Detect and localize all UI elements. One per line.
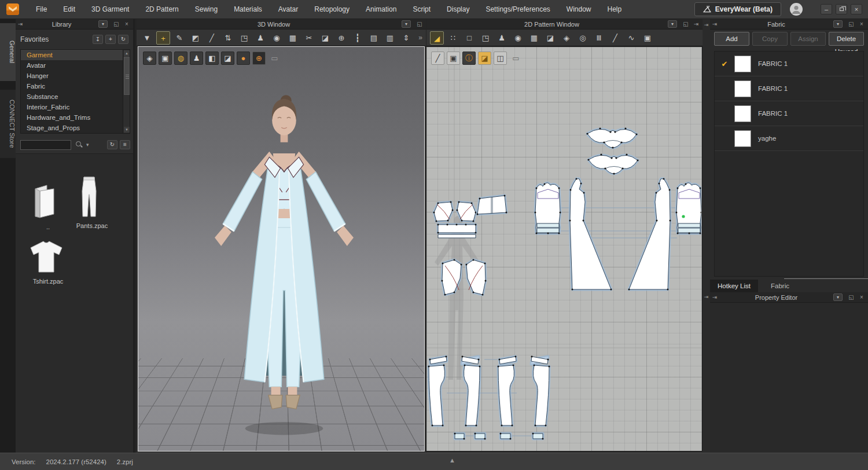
- fabric-swatch[interactable]: [734, 80, 751, 97]
- library-view-refresh-icon[interactable]: ↻: [107, 140, 117, 149]
- viewport-2d-float-icon[interactable]: ◱: [682, 21, 690, 27]
- fabric-close-icon[interactable]: ×: [858, 21, 866, 27]
- transform-pattern-icon[interactable]: ◢: [430, 31, 444, 45]
- simulate-icon[interactable]: ▼: [140, 31, 154, 45]
- property-float-icon[interactable]: ◱: [847, 294, 855, 300]
- zipper-icon[interactable]: ┇: [351, 31, 365, 45]
- fabric-swatch[interactable]: [734, 105, 751, 122]
- pattern-coat-front[interactable]: [569, 178, 612, 291]
- favorites-item-substance[interactable]: Substance: [21, 91, 130, 102]
- property-menu-caret-icon[interactable]: ▾: [833, 293, 843, 301]
- select-move-icon[interactable]: +: [156, 31, 170, 45]
- library-list-view-icon[interactable]: ≡: [120, 140, 130, 149]
- pattern-side-panel[interactable]: [477, 195, 507, 215]
- show-cloth-icon[interactable]: ◪: [221, 52, 234, 65]
- library-download-icon[interactable]: ↧: [93, 35, 103, 44]
- segment-sewing-icon[interactable]: ◎: [576, 31, 590, 45]
- expand-fabric-panel-icon[interactable]: ⇥: [703, 22, 710, 28]
- library-item-parent-folder[interactable]: ..: [27, 183, 69, 230]
- pin-avatar-icon[interactable]: ♟: [495, 31, 509, 45]
- pattern-loops[interactable]: [454, 433, 544, 440]
- restore-button[interactable]: [836, 4, 847, 14]
- scroll-down-icon[interactable]: ▼: [124, 127, 130, 133]
- fabric-menu-caret-icon[interactable]: ▾: [833, 20, 843, 28]
- steam-iron-2d-icon[interactable]: ◪: [543, 31, 557, 45]
- favorites-item-garment[interactable]: Garment: [21, 50, 130, 60]
- favorites-scrollbar[interactable]: ▲ ▼: [123, 50, 130, 133]
- favorites-item-interior-fabric[interactable]: Interior_Fabric: [21, 102, 130, 112]
- create-pattern-icon[interactable]: □: [462, 31, 476, 45]
- property-pin-icon[interactable]: ⇥: [710, 294, 719, 300]
- fabric-row[interactable]: FABRIC 1: [715, 101, 863, 126]
- library-float-icon[interactable]: ◱: [112, 21, 120, 27]
- select-garment-icon[interactable]: ◩: [189, 31, 203, 45]
- trace-pattern-icon[interactable]: ◳: [479, 31, 492, 45]
- minimize-button[interactable]: –: [821, 4, 832, 14]
- menu-2d-pattern[interactable]: 2D Pattern: [137, 0, 186, 19]
- fabric-swatch[interactable]: [734, 56, 751, 72]
- library-add-icon[interactable]: +: [105, 35, 116, 44]
- lock-pattern-icon[interactable]: ◫: [494, 52, 507, 65]
- menu-edit[interactable]: Edit: [55, 0, 83, 19]
- pattern-waistband[interactable]: [437, 224, 477, 238]
- fabric-row[interactable]: ✔ FABRIC 1: [715, 52, 863, 76]
- viewport-2d-menu-caret-icon[interactable]: ▾: [668, 20, 677, 28]
- search-filter-caret-icon[interactable]: ▾: [86, 142, 105, 148]
- avatar-measure-icon[interactable]: ⇕: [399, 31, 413, 45]
- tab-hotkey-list[interactable]: Hotkey List: [710, 280, 758, 292]
- grainline-icon[interactable]: ▦: [527, 31, 541, 45]
- select-mesh-icon[interactable]: ✎: [172, 31, 186, 45]
- menu-help[interactable]: Help: [599, 0, 630, 19]
- avatar-3d[interactable]: [186, 70, 382, 440]
- grainline-3d-icon[interactable]: ▦: [286, 31, 300, 45]
- edit-pattern-icon[interactable]: ∷: [446, 31, 460, 45]
- show-environment-icon[interactable]: ⊕: [252, 52, 266, 65]
- pattern-info-icon[interactable]: ⓘ: [462, 52, 476, 65]
- show-avatar-mesh-icon[interactable]: ♟: [190, 52, 203, 65]
- elastic-shirring-icon[interactable]: ∿: [624, 31, 638, 45]
- show-sewing-2d-icon[interactable]: ╱: [431, 52, 444, 65]
- menu-script[interactable]: Script: [404, 0, 439, 19]
- menu-animation[interactable]: Animation: [358, 0, 404, 19]
- menu-settings-preferences[interactable]: Settings/Preferences: [477, 0, 558, 19]
- library-menu-caret-icon[interactable]: ▾: [98, 20, 108, 28]
- delete-unused-button[interactable]: Delete Unused: [829, 32, 864, 46]
- show-mesh-icon[interactable]: ◈: [143, 52, 156, 65]
- library-close-icon[interactable]: ×: [123, 21, 131, 27]
- scrollbar-thumb[interactable]: [124, 57, 130, 95]
- edit-texture-icon[interactable]: ▥: [383, 31, 397, 45]
- menu-materials[interactable]: Materials: [226, 0, 270, 19]
- fold-arrangement-icon[interactable]: ⇅: [221, 31, 235, 45]
- menu-3d-garment[interactable]: 3D Garment: [83, 0, 137, 19]
- pattern-hip-right[interactable]: [466, 259, 487, 296]
- library-search-input[interactable]: [20, 140, 71, 150]
- pattern-collar[interactable]: [586, 127, 637, 148]
- edit-sewing-3d-icon[interactable]: ✂: [302, 31, 316, 45]
- favorites-item-avatar[interactable]: Avatar: [21, 60, 130, 71]
- user-account-icon[interactable]: [789, 2, 803, 16]
- favorites-item-hanger[interactable]: Hanger: [21, 71, 130, 81]
- avatar-arrange-icon[interactable]: ♟: [253, 31, 267, 45]
- canvas-3d[interactable]: ◈ ▣ ◍ ♟ ◧ ◪ ● ⊕ ▭: [138, 46, 425, 451]
- fabric-swatch[interactable]: [734, 130, 751, 147]
- copy-fabric-button[interactable]: Copy: [752, 32, 788, 46]
- show-particle-distance-icon[interactable]: ◍: [174, 52, 187, 65]
- everywear-button[interactable]: EveryWear (Beta): [694, 2, 781, 16]
- add-fabric-button[interactable]: Add: [714, 32, 749, 46]
- favorites-item-fabric[interactable]: Fabric: [21, 81, 130, 91]
- measure-tape-icon[interactable]: ▭: [268, 52, 281, 65]
- tab-fabric[interactable]: Fabric: [763, 280, 797, 292]
- show-garment-2d-icon[interactable]: ▣: [447, 52, 460, 65]
- show-arrangement-icon[interactable]: ◧: [205, 52, 219, 65]
- library-pin-icon[interactable]: ⇥: [16, 21, 25, 27]
- viewport-2d-collapse-icon[interactable]: ⇥: [692, 21, 700, 27]
- pleats-sewing-icon[interactable]: Ⅲ: [592, 31, 606, 45]
- library-item-tshirt[interactable]: Tshirt.zpac: [27, 240, 69, 285]
- fabric-float-icon[interactable]: ◱: [847, 21, 855, 27]
- close-button[interactable]: ×: [851, 4, 862, 14]
- selected-point-marker[interactable]: [682, 215, 685, 218]
- scroll-up-icon[interactable]: ▲: [124, 50, 130, 56]
- menu-display[interactable]: Display: [439, 0, 477, 19]
- free-sewing-icon[interactable]: ◈: [560, 31, 573, 45]
- rail-tab-connect-store[interactable]: CONNECT Store: [0, 90, 16, 158]
